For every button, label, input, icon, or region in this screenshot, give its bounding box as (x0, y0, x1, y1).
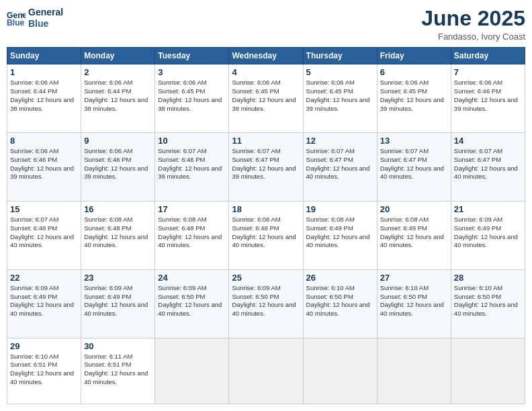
title-area: June 2025 Fandasso, Ivory Coast (421, 7, 525, 42)
day-number: 6 (380, 67, 448, 77)
day-info: Sunrise: 6:07 AMSunset: 6:47 PMDaylight:… (380, 147, 448, 181)
day-number: 20 (380, 204, 448, 214)
table-row: 23Sunrise: 6:09 AMSunset: 6:49 PMDayligh… (81, 269, 155, 338)
day-number: 3 (158, 67, 226, 77)
table-row: 10Sunrise: 6:07 AMSunset: 6:46 PMDayligh… (155, 133, 229, 201)
table-row: 3Sunrise: 6:06 AMSunset: 6:45 PMDaylight… (155, 64, 229, 133)
day-info: Sunrise: 6:06 AMSunset: 6:44 PMDaylight:… (84, 79, 152, 113)
day-info: Sunrise: 6:06 AMSunset: 6:46 PMDaylight:… (84, 147, 152, 181)
day-number: 17 (158, 204, 226, 214)
table-row: 5Sunrise: 6:06 AMSunset: 6:45 PMDaylight… (303, 64, 377, 133)
table-row: 30Sunrise: 6:11 AMSunset: 6:51 PMDayligh… (81, 338, 155, 404)
table-row: 21Sunrise: 6:09 AMSunset: 6:49 PMDayligh… (451, 201, 525, 269)
table-row: 27Sunrise: 6:10 AMSunset: 6:50 PMDayligh… (377, 269, 451, 338)
day-info: Sunrise: 6:07 AMSunset: 6:47 PMDaylight:… (306, 147, 374, 181)
day-info: Sunrise: 6:08 AMSunset: 6:48 PMDaylight:… (232, 216, 300, 250)
day-number: 29 (10, 341, 78, 351)
day-number: 24 (158, 273, 226, 283)
table-row: 26Sunrise: 6:10 AMSunset: 6:50 PMDayligh… (303, 269, 377, 338)
day-number: 23 (84, 273, 152, 283)
table-row: 12Sunrise: 6:07 AMSunset: 6:47 PMDayligh… (303, 133, 377, 201)
day-number: 16 (84, 204, 152, 214)
day-number: 25 (232, 273, 300, 283)
table-row: 28Sunrise: 6:10 AMSunset: 6:50 PMDayligh… (451, 269, 525, 338)
day-number: 1 (10, 67, 78, 77)
col-tuesday: Tuesday (155, 48, 229, 64)
day-number: 10 (158, 136, 226, 146)
calendar-week-row: 8Sunrise: 6:06 AMSunset: 6:46 PMDaylight… (7, 133, 525, 201)
day-info: Sunrise: 6:06 AMSunset: 6:44 PMDaylight:… (10, 79, 78, 113)
day-number: 2 (84, 67, 152, 77)
day-info: Sunrise: 6:09 AMSunset: 6:49 PMDaylight:… (10, 284, 78, 318)
table-row (229, 338, 303, 404)
table-row: 11Sunrise: 6:07 AMSunset: 6:47 PMDayligh… (229, 133, 303, 201)
table-row: 6Sunrise: 6:06 AMSunset: 6:45 PMDaylight… (377, 64, 451, 133)
day-info: Sunrise: 6:08 AMSunset: 6:48 PMDaylight:… (84, 216, 152, 250)
logo-general: General (28, 7, 63, 18)
day-info: Sunrise: 6:06 AMSunset: 6:45 PMDaylight:… (232, 79, 300, 113)
col-thursday: Thursday (303, 48, 377, 64)
table-row: 24Sunrise: 6:09 AMSunset: 6:50 PMDayligh… (155, 269, 229, 338)
day-info: Sunrise: 6:09 AMSunset: 6:50 PMDaylight:… (232, 284, 300, 318)
calendar-week-row: 22Sunrise: 6:09 AMSunset: 6:49 PMDayligh… (7, 269, 525, 338)
day-info: Sunrise: 6:08 AMSunset: 6:49 PMDaylight:… (306, 216, 374, 250)
col-monday: Monday (81, 48, 155, 64)
table-row: 18Sunrise: 6:08 AMSunset: 6:48 PMDayligh… (229, 201, 303, 269)
month-title: June 2025 (421, 7, 525, 30)
table-row: 25Sunrise: 6:09 AMSunset: 6:50 PMDayligh… (229, 269, 303, 338)
day-number: 30 (84, 341, 152, 351)
day-number: 28 (454, 273, 522, 283)
day-number: 26 (306, 273, 374, 283)
table-row: 29Sunrise: 6:10 AMSunset: 6:51 PMDayligh… (7, 338, 81, 404)
day-number: 14 (454, 136, 522, 146)
logo: General Blue General Blue (7, 7, 63, 30)
day-info: Sunrise: 6:06 AMSunset: 6:45 PMDaylight:… (158, 79, 226, 113)
day-info: Sunrise: 6:06 AMSunset: 6:45 PMDaylight:… (380, 79, 448, 113)
col-friday: Friday (377, 48, 451, 64)
table-row: 15Sunrise: 6:07 AMSunset: 6:48 PMDayligh… (7, 201, 81, 269)
day-info: Sunrise: 6:10 AMSunset: 6:50 PMDaylight:… (454, 284, 522, 318)
day-info: Sunrise: 6:06 AMSunset: 6:46 PMDaylight:… (10, 147, 78, 181)
calendar-week-row: 15Sunrise: 6:07 AMSunset: 6:48 PMDayligh… (7, 201, 525, 269)
table-row (451, 338, 525, 404)
table-row: 4Sunrise: 6:06 AMSunset: 6:45 PMDaylight… (229, 64, 303, 133)
table-row (303, 338, 377, 404)
day-number: 9 (84, 136, 152, 146)
table-row: 7Sunrise: 6:06 AMSunset: 6:46 PMDaylight… (451, 64, 525, 133)
calendar-header-row: Sunday Monday Tuesday Wednesday Thursday… (7, 48, 525, 64)
day-info: Sunrise: 6:09 AMSunset: 6:50 PMDaylight:… (158, 284, 226, 318)
table-row: 16Sunrise: 6:08 AMSunset: 6:48 PMDayligh… (81, 201, 155, 269)
day-number: 15 (10, 204, 78, 214)
day-info: Sunrise: 6:09 AMSunset: 6:49 PMDaylight:… (454, 216, 522, 250)
day-number: 13 (380, 136, 448, 146)
col-sunday: Sunday (7, 48, 81, 64)
col-wednesday: Wednesday (229, 48, 303, 64)
calendar-table: Sunday Monday Tuesday Wednesday Thursday… (7, 47, 525, 404)
day-info: Sunrise: 6:08 AMSunset: 6:48 PMDaylight:… (158, 216, 226, 250)
day-info: Sunrise: 6:06 AMSunset: 6:45 PMDaylight:… (306, 79, 374, 113)
page: General Blue General Blue June 2025 Fand… (0, 0, 532, 411)
table-row: 8Sunrise: 6:06 AMSunset: 6:46 PMDaylight… (7, 133, 81, 201)
calendar-week-row: 29Sunrise: 6:10 AMSunset: 6:51 PMDayligh… (7, 338, 525, 404)
table-row: 2Sunrise: 6:06 AMSunset: 6:44 PMDaylight… (81, 64, 155, 133)
logo-icon: General Blue (7, 9, 26, 28)
day-number: 5 (306, 67, 374, 77)
day-info: Sunrise: 6:07 AMSunset: 6:47 PMDaylight:… (232, 147, 300, 181)
day-number: 22 (10, 273, 78, 283)
day-info: Sunrise: 6:07 AMSunset: 6:46 PMDaylight:… (158, 147, 226, 181)
day-info: Sunrise: 6:07 AMSunset: 6:47 PMDaylight:… (454, 147, 522, 181)
day-info: Sunrise: 6:09 AMSunset: 6:49 PMDaylight:… (84, 284, 152, 318)
svg-text:Blue: Blue (7, 18, 25, 28)
day-number: 8 (10, 136, 78, 146)
day-info: Sunrise: 6:10 AMSunset: 6:50 PMDaylight:… (380, 284, 448, 318)
day-number: 19 (306, 204, 374, 214)
location: Fandasso, Ivory Coast (421, 32, 525, 42)
day-number: 18 (232, 204, 300, 214)
day-number: 27 (380, 273, 448, 283)
day-info: Sunrise: 6:10 AMSunset: 6:51 PMDaylight:… (10, 353, 78, 387)
table-row (377, 338, 451, 404)
day-info: Sunrise: 6:11 AMSunset: 6:51 PMDaylight:… (84, 353, 152, 387)
day-number: 4 (232, 67, 300, 77)
col-saturday: Saturday (451, 48, 525, 64)
logo-blue: Blue (28, 18, 63, 30)
